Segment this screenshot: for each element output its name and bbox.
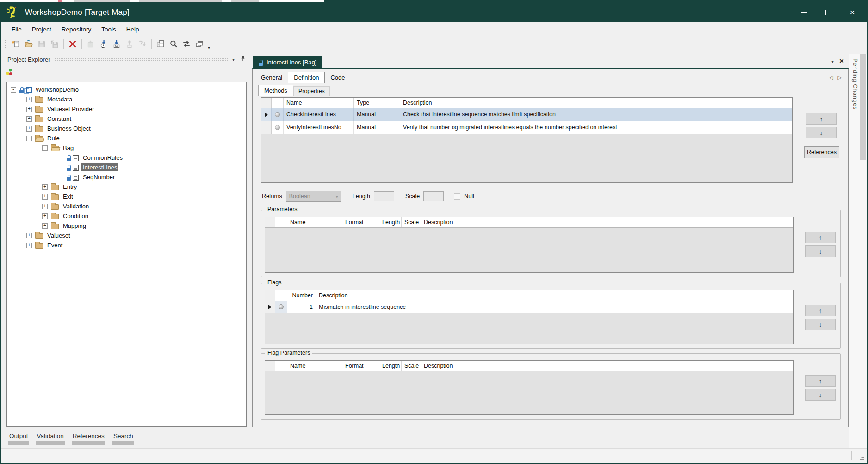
length-input[interactable] xyxy=(374,191,394,201)
tab-search[interactable]: Search xyxy=(112,433,134,445)
tree-item-entry[interactable]: + Entry xyxy=(7,182,246,192)
document-close-icon[interactable]: × xyxy=(839,58,844,64)
undo-checkout-button[interactable] xyxy=(136,38,149,50)
tree-item-constant[interactable]: + Constant xyxy=(7,114,246,124)
tab-validation[interactable]: Validation xyxy=(36,433,65,445)
tree-expander[interactable]: + xyxy=(26,126,32,132)
scale-input[interactable] xyxy=(423,191,444,201)
flag-parameters-move-down-button[interactable]: ↓ xyxy=(805,389,836,401)
save-all-button[interactable] xyxy=(49,38,61,50)
flags-move-down-button[interactable]: ↓ xyxy=(805,319,836,330)
column-header-description[interactable]: Description xyxy=(421,361,793,371)
column-header-name[interactable]: Name xyxy=(287,217,342,227)
delete-button[interactable] xyxy=(67,38,79,50)
tree-item-metadata[interactable]: + Metadata xyxy=(7,94,246,104)
close-button[interactable]: × xyxy=(840,2,864,22)
tree-item-workshopdemo[interactable]: - WorkshopDemo xyxy=(7,85,246,94)
pending-changes-tab[interactable]: Pending Changes xyxy=(852,58,859,110)
method-row-checkinterestlines[interactable]: CheckInterestLines Manual Check that int… xyxy=(261,108,792,121)
methods-move-up-button[interactable]: ↑ xyxy=(806,113,837,125)
subtab-properties[interactable]: Properties xyxy=(293,86,330,96)
subtab-methods[interactable]: Methods xyxy=(258,85,293,96)
document-menu-caret-icon[interactable]: ▾ xyxy=(831,59,834,64)
windows-button[interactable] xyxy=(193,38,205,50)
column-header-description[interactable]: Description xyxy=(316,290,793,301)
tree-expander[interactable]: - xyxy=(26,136,32,141)
properties-button[interactable] xyxy=(155,38,167,50)
new-item-button[interactable] xyxy=(10,38,22,50)
menu-tools[interactable]: Tools xyxy=(96,24,121,35)
column-header-format[interactable]: Format xyxy=(342,361,379,371)
tree-expander[interactable]: - xyxy=(42,145,48,151)
column-header-format[interactable]: Format xyxy=(342,217,379,227)
column-header-length[interactable]: Length xyxy=(379,217,402,227)
flag-row-1[interactable]: 1 Mismatch in interestline sequence xyxy=(265,301,793,313)
tree-expander[interactable]: + xyxy=(26,107,32,112)
document-tab[interactable]: InterestLines [Bag] xyxy=(253,56,322,68)
tab-general[interactable]: General xyxy=(255,73,288,83)
check-in-schedule-button[interactable] xyxy=(98,38,110,50)
references-button[interactable]: References xyxy=(804,146,839,158)
tree-item-validation[interactable]: + Validation xyxy=(7,201,246,211)
tree-expander[interactable]: - xyxy=(11,87,16,93)
resize-grip[interactable] xyxy=(858,454,864,461)
open-button[interactable] xyxy=(23,38,35,50)
tree-item-valueset-provider[interactable]: + Valueset Provider xyxy=(7,104,246,114)
flag-parameters-move-up-button[interactable]: ↑ xyxy=(805,375,836,387)
tree-expander[interactable]: + xyxy=(42,184,48,190)
tree-item-interestlines[interactable]: InterestLines xyxy=(7,163,246,172)
null-checkbox[interactable] xyxy=(454,193,460,200)
status-dots-button[interactable] xyxy=(6,68,13,77)
column-header-description[interactable]: Description xyxy=(421,217,793,227)
get-latest-button[interactable] xyxy=(111,38,123,50)
pending-changes-scrollbar[interactable] xyxy=(860,54,866,160)
menu-help[interactable]: Help xyxy=(121,24,144,35)
tree-item-exit[interactable]: + Exit xyxy=(7,192,246,201)
column-header-name[interactable]: Name xyxy=(287,361,342,371)
parameters-move-up-button[interactable]: ↑ xyxy=(805,232,836,243)
tab-definition[interactable]: Definition xyxy=(288,72,325,83)
flags-move-up-button[interactable]: ↑ xyxy=(805,305,836,316)
method-row-verifyinterestlinesno[interactable]: VerifyInterestLinesNo Manual Verify that… xyxy=(261,121,792,134)
menu-repository[interactable]: Repository xyxy=(56,24,97,35)
tree-expander[interactable]: + xyxy=(26,97,32,102)
tree-expander[interactable]: + xyxy=(26,243,32,248)
returns-type-select[interactable]: Boolean ▾ xyxy=(286,191,341,202)
tab-output[interactable]: Output xyxy=(8,433,29,445)
menu-project[interactable]: Project xyxy=(27,24,56,35)
menu-file[interactable]: File xyxy=(6,24,27,35)
column-header-length[interactable]: Length xyxy=(379,361,402,371)
tab-scroll-left-icon[interactable]: ◁ xyxy=(829,75,833,81)
tree-item-business-object[interactable]: + Business Object xyxy=(7,124,246,133)
tree-expander[interactable]: + xyxy=(42,204,48,209)
toolbar-overflow-icon[interactable]: ▾ xyxy=(208,45,210,52)
tree-expander[interactable]: + xyxy=(42,213,48,219)
column-header-type[interactable]: Type xyxy=(354,98,400,108)
compare-button[interactable] xyxy=(180,38,192,50)
tree-item-commonrules[interactable]: CommonRules xyxy=(7,153,246,163)
tree-item-condition[interactable]: + Condition xyxy=(7,211,246,221)
tree-item-event[interactable]: + Event xyxy=(7,240,246,250)
column-header-description[interactable]: Description xyxy=(400,98,792,108)
check-out-button[interactable] xyxy=(124,38,136,50)
column-header-scale[interactable]: Scale xyxy=(402,361,421,371)
tree-expander[interactable]: + xyxy=(26,233,32,238)
tree-item-rule[interactable]: - Rule xyxy=(7,133,246,143)
tree-item-seqnumber[interactable]: SeqNumber xyxy=(7,172,246,182)
tab-code[interactable]: Code xyxy=(325,73,350,83)
maximize-button[interactable] xyxy=(816,2,840,22)
methods-move-down-button[interactable]: ↓ xyxy=(806,127,837,138)
pin-icon[interactable] xyxy=(240,56,246,63)
column-header-number[interactable]: Number xyxy=(287,290,316,301)
column-header-name[interactable]: Name xyxy=(284,98,354,108)
toolbar-grip[interactable] xyxy=(5,39,7,49)
parameters-move-down-button[interactable]: ↓ xyxy=(805,245,836,257)
column-header-scale[interactable]: Scale xyxy=(402,217,421,227)
tab-references[interactable]: References xyxy=(72,433,105,445)
tree-item-bag[interactable]: - Bag xyxy=(7,143,246,153)
tree-expander[interactable]: + xyxy=(26,116,32,122)
tree-item-valueset[interactable]: + Valueset xyxy=(7,231,246,240)
tab-scroll-right-icon[interactable]: ▷ xyxy=(838,75,842,81)
tree-item-mapping[interactable]: + Mapping xyxy=(7,221,246,231)
search-button[interactable] xyxy=(167,38,180,50)
